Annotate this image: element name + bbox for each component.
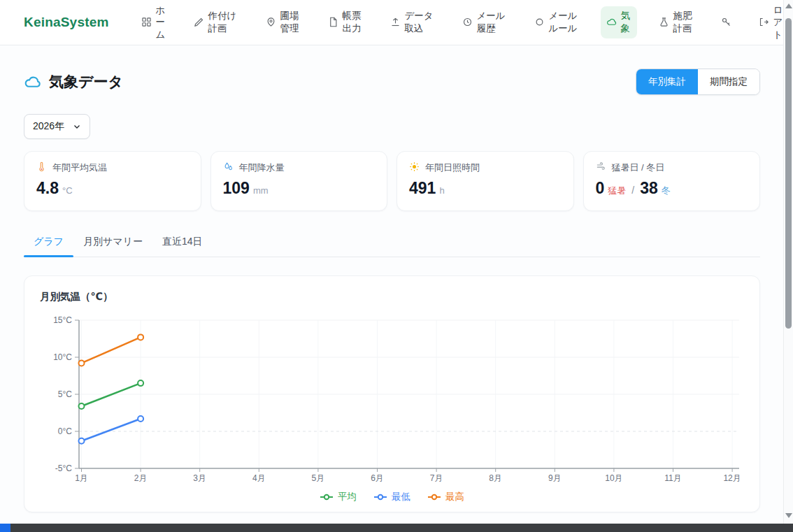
nav-label: 圃場管理 — [280, 10, 301, 34]
data-point-最低-1月[interactable] — [79, 438, 85, 444]
toggle-period-button[interactable]: 期間指定 — [698, 69, 759, 94]
legend-item-平均[interactable]: 平均 — [320, 491, 357, 503]
stat-unit: h — [439, 185, 444, 196]
droplets-icon — [223, 161, 234, 174]
chart-card: 月別気温（℃） 1月2月3月4月5月6月7月8月9月10月11月12月15°C1… — [24, 275, 760, 512]
page-title-text: 気象データ — [49, 72, 123, 92]
stats-row: 年間平均気温 4.8 °C 年間降水量 109 mm — [24, 151, 760, 211]
nav-item-report-output[interactable]: 帳票出力 — [322, 6, 369, 38]
nav-label: 気象 — [621, 10, 631, 34]
nav-item-field-management[interactable]: 圃場管理 — [260, 6, 306, 38]
stat-card-avg-temp: 年間平均気温 4.8 °C — [24, 151, 201, 211]
circle-icon — [534, 17, 545, 27]
stat-unit-hot: 猛暑 — [608, 185, 626, 197]
nav-item-key[interactable] — [715, 13, 737, 31]
stat-separator: / — [631, 185, 634, 196]
svg-text:-5°C: -5°C — [55, 463, 72, 473]
monthly-temperature-chart: 1月2月3月4月5月6月7月8月9月10月11月12月15°C10°C5°C0°… — [40, 315, 743, 485]
svg-text:0°C: 0°C — [58, 426, 72, 436]
svg-text:2月: 2月 — [134, 473, 148, 483]
legend-marker-icon — [320, 494, 334, 501]
toggle-yearly-button[interactable]: 年別集計 — [636, 69, 698, 94]
thermometer-icon — [36, 161, 47, 174]
bottom-window-bar — [0, 524, 793, 532]
flask-icon — [659, 17, 669, 27]
stat-label: 猛暑日 / 冬日 — [612, 161, 665, 174]
sun-icon — [409, 161, 420, 174]
svg-text:12月: 12月 — [723, 473, 741, 483]
nav-label: 作付け計画 — [208, 10, 238, 34]
cloud-icon — [606, 17, 617, 27]
chevron-down-icon — [73, 122, 81, 131]
svg-text:8月: 8月 — [489, 473, 502, 483]
tab-recent-14-days[interactable]: 直近14日 — [152, 229, 213, 257]
pencil-icon — [194, 17, 204, 27]
bottom-bar-accent — [0, 524, 10, 532]
data-point-最高-1月[interactable] — [79, 360, 85, 366]
tab-bar: グラフ 月別サマリー 直近14日 — [24, 229, 760, 257]
scroll-up-arrow-icon[interactable] — [785, 3, 792, 8]
map-pin-icon — [266, 17, 276, 27]
history-icon — [462, 17, 473, 27]
nav-item-planting-plan[interactable]: 作付け計画 — [188, 6, 244, 38]
title-row: 気象データ 年別集計 期間指定 — [24, 69, 760, 95]
svg-text:4月: 4月 — [252, 473, 266, 483]
stat-value-hot-days: 0 — [596, 179, 605, 198]
nav-label: 施肥計画 — [673, 10, 694, 34]
scrollbar-thumb[interactable] — [785, 18, 792, 329]
stat-value-winter-days: 38 — [640, 179, 658, 198]
nav-label: データ取込 — [405, 10, 435, 34]
nav-item-mail-rules[interactable]: メールルール — [529, 6, 585, 38]
upload-icon — [390, 17, 401, 27]
app-logo[interactable]: KeinaSystem — [24, 15, 109, 30]
legend-label: 平均 — [338, 491, 357, 503]
svg-text:10°C: 10°C — [53, 352, 72, 362]
nav-item-weather[interactable]: 気象 — [601, 6, 637, 38]
svg-text:7月: 7月 — [430, 473, 443, 483]
chart-legend: 平均最低最高 — [40, 491, 744, 503]
stat-unit-winter: 冬 — [662, 185, 671, 197]
svg-text:10月: 10月 — [605, 473, 622, 483]
grid-icon — [141, 17, 152, 27]
scroll-down-arrow-icon[interactable] — [785, 513, 792, 518]
header: KeinaSystem ホーム 作付け計画 圃場管理 — [0, 0, 783, 45]
page-title: 気象データ — [24, 72, 123, 92]
wind-icon — [596, 161, 606, 174]
vertical-scrollbar[interactable] — [783, 0, 793, 524]
nav-label: メール履歴 — [477, 10, 507, 34]
tab-monthly-summary[interactable]: 月別サマリー — [73, 229, 152, 257]
document-icon — [328, 17, 338, 27]
svg-text:11月: 11月 — [664, 473, 681, 483]
data-point-最高-2月[interactable] — [138, 334, 143, 340]
data-point-平均-2月[interactable] — [138, 380, 143, 386]
legend-item-最低[interactable]: 最低 — [373, 491, 410, 503]
tab-graph[interactable]: グラフ — [24, 229, 73, 257]
nav-item-home[interactable]: ホーム — [136, 1, 172, 45]
nav-item-logout[interactable]: ログアウト — [753, 1, 783, 45]
nav-label: ログアウト — [773, 4, 783, 41]
legend-marker-icon — [373, 494, 387, 501]
svg-text:9月: 9月 — [548, 473, 562, 483]
chart-title: 月別気温（℃） — [40, 290, 744, 303]
year-select[interactable]: 2026年 — [24, 114, 90, 139]
nav-item-mail-history[interactable]: メール履歴 — [457, 6, 513, 38]
view-toggle: 年別集計 期間指定 — [636, 69, 760, 95]
data-point-最低-2月[interactable] — [138, 416, 143, 422]
nav-label: メールルール — [549, 10, 579, 34]
nav-item-fertilizer-plan[interactable]: 施肥計画 — [653, 6, 699, 38]
legend-marker-icon — [427, 494, 441, 501]
stat-label: 年間平均気温 — [52, 161, 107, 174]
stat-label: 年間降水量 — [239, 161, 285, 174]
logout-icon — [759, 17, 769, 27]
data-point-平均-1月[interactable] — [79, 403, 85, 409]
svg-text:5°C: 5°C — [58, 389, 72, 399]
svg-text:1月: 1月 — [75, 473, 88, 483]
cloud-icon — [24, 73, 41, 91]
stat-value: 109 — [223, 179, 250, 198]
svg-text:3月: 3月 — [193, 473, 206, 483]
nav-item-data-import[interactable]: データ取込 — [385, 6, 441, 38]
legend-item-最高[interactable]: 最高 — [427, 491, 464, 503]
stat-unit: mm — [253, 185, 269, 196]
legend-label: 最高 — [445, 491, 464, 503]
svg-text:6月: 6月 — [371, 473, 384, 483]
